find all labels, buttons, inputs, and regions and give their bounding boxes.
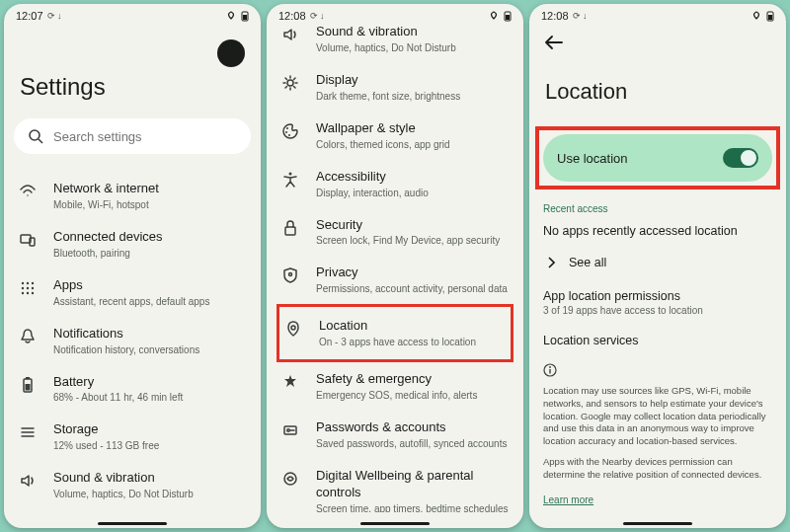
status-bar: 12:08 ⟳ ↓ xyxy=(529,4,786,24)
arrow-left-icon xyxy=(545,36,563,49)
devices-icon xyxy=(18,229,38,249)
info-icon xyxy=(543,363,776,377)
row-subtitle: Volume, haptics, Do Not Disturb xyxy=(316,41,510,54)
row-title: Apps xyxy=(53,277,247,294)
row-title: Sound & vibration xyxy=(316,24,510,40)
settings-item-passwords-accounts[interactable]: Passwords & accountsSaved passwords, aut… xyxy=(276,411,514,459)
settings-item-safety-emergency[interactable]: Safety & emergencyEmergency SOS, medical… xyxy=(276,362,514,411)
search-input[interactable] xyxy=(53,129,237,144)
location-info-text-1: Location may use sources like GPS, Wi-Fi… xyxy=(543,385,772,448)
svg-point-25 xyxy=(285,131,287,133)
row-title: Sound & vibration xyxy=(53,470,247,487)
row-title: Security xyxy=(316,217,510,234)
row-subtitle: Notification history, conversations xyxy=(53,343,247,356)
settings-item-sound-vibration[interactable]: Sound & vibrationVolume, haptics, Do Not… xyxy=(276,24,514,63)
app-permissions-sub: 3 of 19 apps have access to location xyxy=(543,305,776,316)
row-title: Network & internet xyxy=(53,181,247,197)
recent-access-label: Recent access xyxy=(543,203,776,214)
app-permissions-title[interactable]: App location permissions xyxy=(543,289,776,303)
settings-item-apps[interactable]: AppsAssistant, recent apps, default apps xyxy=(14,268,251,317)
wellbeing-icon xyxy=(280,468,300,488)
nav-bar[interactable] xyxy=(4,512,261,528)
back-button[interactable] xyxy=(539,24,776,49)
settings-item-notifications[interactable]: NotificationsNotification history, conve… xyxy=(14,317,251,365)
status-left-icons: ⟳ ↓ xyxy=(310,11,325,21)
row-title: Notifications xyxy=(53,326,247,342)
nav-bar[interactable] xyxy=(529,512,786,528)
learn-more-link[interactable]: Learn more xyxy=(543,494,593,505)
svg-rect-17 xyxy=(26,384,31,391)
bell-icon xyxy=(18,326,38,345)
highlight-location: LocationOn - 3 apps have access to locat… xyxy=(276,304,514,362)
status-right-icons xyxy=(225,11,249,22)
svg-rect-5 xyxy=(30,238,35,246)
settings-item-sound-vibration[interactable]: Sound & vibrationVolume, haptics, Do Not… xyxy=(14,461,251,509)
svg-rect-36 xyxy=(768,15,772,20)
svg-point-29 xyxy=(289,273,292,276)
row-subtitle: On - 3 apps have access to location xyxy=(319,336,507,348)
lock-icon xyxy=(280,217,300,237)
row-subtitle: Colors, themed icons, app grid xyxy=(316,138,510,151)
location-icon xyxy=(283,318,303,338)
location-info-text-2: Apps with the Nearby devices permission … xyxy=(543,456,772,482)
svg-point-27 xyxy=(289,172,292,175)
settings-scroll-screen: 12:08 ⟳ ↓ Sound & vibrationVolume, hapti… xyxy=(267,4,523,528)
row-subtitle: Mobile, Wi-Fi, hotspot xyxy=(53,198,247,211)
settings-item-security[interactable]: SecurityScreen lock, Find My Device, app… xyxy=(276,208,514,257)
settings-item-privacy[interactable]: PrivacyPermissions, account activity, pe… xyxy=(276,256,514,304)
svg-point-13 xyxy=(27,292,29,294)
settings-item-accessibility[interactable]: AccessibilityDisplay, interaction, audio xyxy=(276,160,514,208)
settings-item-storage[interactable]: Storage12% used - 113 GB free xyxy=(14,413,251,461)
nav-bar[interactable] xyxy=(267,512,523,528)
use-location-switch[interactable] xyxy=(723,148,758,168)
status-left-icons: ⟳ ↓ xyxy=(47,11,62,21)
status-time: 12:08 xyxy=(278,10,306,22)
svg-point-32 xyxy=(287,429,290,432)
page-title: Settings xyxy=(20,73,251,101)
settings-main-screen: 12:07 ⟳ ↓ Settings Network & internetMob… xyxy=(4,4,261,528)
settings-item-location[interactable]: LocationOn - 3 apps have access to locat… xyxy=(279,309,511,357)
settings-item-digital-wellbeing-parental-controls[interactable]: Digital Wellbeing & parental controlsScr… xyxy=(276,459,514,512)
see-all-button[interactable]: See all xyxy=(539,248,776,277)
row-title: Accessibility xyxy=(316,169,510,186)
svg-rect-39 xyxy=(549,369,550,374)
a11y-icon xyxy=(280,169,300,189)
svg-rect-28 xyxy=(285,227,295,235)
use-location-toggle-row[interactable]: Use location xyxy=(543,134,772,182)
svg-point-2 xyxy=(30,130,40,140)
apps-icon xyxy=(18,277,38,297)
row-subtitle: Display, interaction, audio xyxy=(316,187,510,199)
row-subtitle: 12% used - 113 GB free xyxy=(53,439,247,452)
settings-item-connected-devices[interactable]: Connected devicesBluetooth, pairing xyxy=(14,220,251,268)
display-icon xyxy=(280,72,300,92)
chevron-right-icon xyxy=(547,257,555,268)
settings-item-network-internet[interactable]: Network & internetMobile, Wi-Fi, hotspot xyxy=(14,172,251,220)
svg-point-30 xyxy=(291,326,295,330)
svg-point-14 xyxy=(32,292,34,294)
svg-point-10 xyxy=(27,287,29,289)
svg-point-26 xyxy=(288,134,290,136)
settings-item-display[interactable]: DisplayDark theme, font size, brightness xyxy=(276,63,514,112)
row-subtitle: Screen lock, Find My Device, app securit… xyxy=(316,234,510,247)
search-settings[interactable] xyxy=(14,118,251,154)
svg-point-12 xyxy=(22,292,24,294)
search-icon xyxy=(28,128,43,144)
svg-rect-1 xyxy=(243,15,247,20)
status-time: 12:07 xyxy=(16,10,43,22)
settings-item-battery[interactable]: Battery68% - About 11 hr, 46 min left xyxy=(14,365,251,414)
row-title: Location xyxy=(319,318,507,335)
svg-line-3 xyxy=(39,139,42,143)
location-services-title[interactable]: Location services xyxy=(543,334,776,347)
svg-point-38 xyxy=(549,366,551,368)
location-settings-screen: 12:08 ⟳ ↓ Location Use location Recent a… xyxy=(529,4,786,528)
row-title: Storage xyxy=(53,421,247,438)
see-all-label: See all xyxy=(569,256,606,269)
svg-point-33 xyxy=(284,473,296,485)
settings-item-wallpaper-style[interactable]: Wallpaper & styleColors, themed icons, a… xyxy=(276,112,514,160)
row-subtitle: Screen time, app timers, bedtime schedul… xyxy=(316,502,510,512)
svg-point-6 xyxy=(22,282,24,284)
status-time: 12:08 xyxy=(541,10,569,22)
row-subtitle: Saved passwords, autofill, synced accoun… xyxy=(316,437,510,450)
battery-icon xyxy=(18,374,38,394)
profile-avatar[interactable] xyxy=(217,39,245,67)
